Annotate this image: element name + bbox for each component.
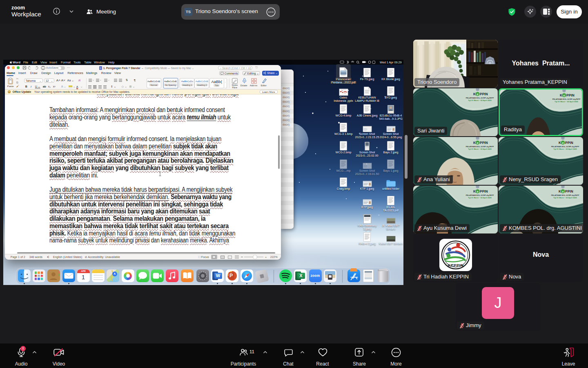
svg-text:PPIN: PPIN	[480, 141, 488, 145]
svg-text:PPIN: PPIN	[566, 94, 575, 97]
svg-text:Tgl 31 Maret – 02 April 2025: Tgl 31 Maret – 02 April 2025	[468, 197, 492, 199]
svg-text:Tgl 31 Maret – 02 April 2025: Tgl 31 Maret – 02 April 2025	[468, 99, 492, 101]
svg-text:e: e	[477, 92, 478, 96]
svg-text:PELATIHAN EOL-GCRP-digTEPP: PELATIHAN EOL-GCRP-digTEPP	[551, 146, 579, 148]
svg-text:e: e	[562, 190, 564, 193]
svg-text:PPIN: PPIN	[565, 190, 573, 193]
svg-text:Tgl 31 Maret – 02 April 2025: Tgl 31 Maret – 02 April 2025	[553, 148, 577, 150]
svg-text:PELATIHAN EOL-GCRP-digTEPP: PELATIHAN EOL-GCRP-digTEPP	[552, 98, 581, 100]
svg-text:K: K	[560, 94, 562, 97]
svg-text:PPIN: PPIN	[565, 141, 573, 145]
svg-text:Tgl 31 Maret – 02 April 2025: Tgl 31 Maret – 02 April 2025	[553, 197, 577, 199]
svg-text:PELATIHAN EOL-GCRP-digTEPP: PELATIHAN EOL-GCRP-digTEPP	[551, 194, 579, 196]
svg-text:≡: ≡	[100, 67, 102, 70]
svg-text:K: K	[559, 141, 561, 145]
svg-text:e: e	[563, 94, 565, 97]
svg-text:Tgl 31 Maret – 02 April 2025: Tgl 31 Maret – 02 April 2025	[468, 148, 492, 150]
svg-text:PPIN: PPIN	[480, 190, 488, 193]
svg-text:K: K	[559, 190, 561, 193]
svg-text:PELATIHAN EOL-GCRP-digTEPP: PELATIHAN EOL-GCRP-digTEPP	[466, 97, 494, 99]
svg-text:e: e	[477, 190, 478, 193]
svg-text:PELATIHAN EOL-GCRP-digTEPP: PELATIHAN EOL-GCRP-digTEPP	[466, 146, 494, 148]
svg-text:K: K	[473, 141, 476, 145]
svg-text:PELATIHAN EOL-GCRP-digTEPP: PELATIHAN EOL-GCRP-digTEPP	[466, 194, 494, 196]
svg-text:K: K	[473, 190, 476, 193]
svg-text:Tgl 31 Maret – 02 April 2025: Tgl 31 Maret – 02 April 2025	[555, 101, 578, 103]
svg-text:e: e	[562, 141, 564, 145]
svg-text:K: K	[473, 92, 476, 96]
svg-text:PPIN: PPIN	[480, 92, 488, 96]
svg-text:e: e	[477, 141, 478, 145]
svg-text:KEPPIN: KEPPIN	[448, 263, 463, 267]
